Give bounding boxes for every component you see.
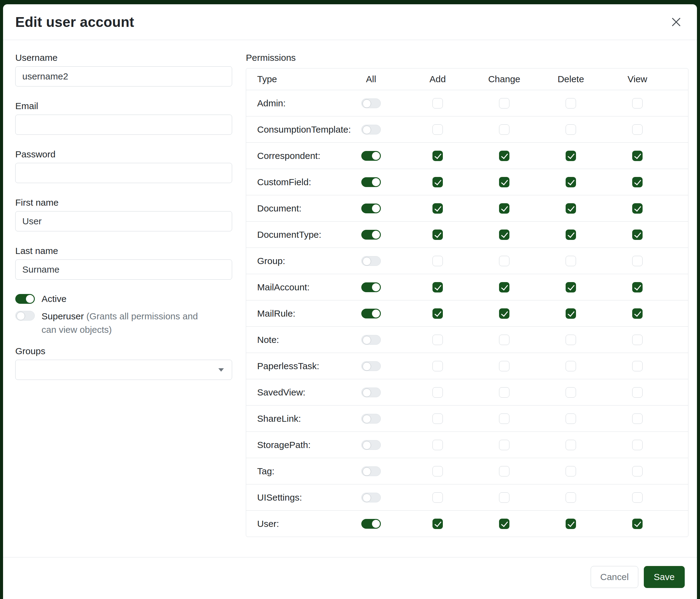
first-name-field[interactable] — [15, 211, 232, 231]
add-checkbox[interactable] — [432, 98, 443, 109]
delete-checkbox[interactable] — [566, 413, 576, 424]
delete-checkbox[interactable] — [566, 440, 576, 450]
add-checkbox[interactable] — [432, 387, 443, 398]
add-checkbox[interactable] — [432, 466, 443, 476]
all-toggle[interactable] — [361, 387, 381, 397]
all-toggle[interactable] — [361, 466, 381, 476]
add-checkbox[interactable] — [432, 230, 443, 240]
change-checkbox[interactable] — [499, 177, 509, 187]
all-toggle[interactable] — [361, 177, 381, 187]
all-toggle[interactable] — [361, 309, 381, 318]
view-checkbox[interactable] — [632, 361, 643, 371]
add-checkbox[interactable] — [432, 413, 443, 424]
all-toggle[interactable] — [361, 230, 381, 240]
delete-checkbox[interactable] — [566, 466, 576, 476]
view-checkbox[interactable] — [632, 282, 643, 292]
column-header-all: All — [338, 74, 404, 85]
change-checkbox[interactable] — [499, 230, 509, 240]
change-checkbox[interactable] — [499, 492, 509, 503]
add-checkbox[interactable] — [432, 492, 443, 503]
all-toggle[interactable] — [361, 151, 381, 161]
add-checkbox[interactable] — [432, 203, 443, 214]
add-checkbox[interactable] — [432, 282, 443, 292]
add-checkbox[interactable] — [432, 335, 443, 345]
view-checkbox[interactable] — [632, 413, 643, 424]
delete-checkbox[interactable] — [566, 387, 576, 398]
active-toggle[interactable] — [15, 294, 35, 304]
view-checkbox[interactable] — [632, 492, 643, 503]
all-toggle[interactable] — [361, 440, 381, 450]
view-checkbox[interactable] — [632, 308, 643, 319]
column-header-change: Change — [471, 74, 538, 85]
all-toggle[interactable] — [361, 282, 381, 292]
change-checkbox[interactable] — [499, 466, 509, 476]
add-checkbox[interactable] — [432, 440, 443, 450]
delete-checkbox[interactable] — [566, 98, 576, 109]
view-checkbox[interactable] — [632, 335, 643, 345]
username-input[interactable] — [15, 66, 232, 87]
all-toggle[interactable] — [361, 519, 381, 529]
view-checkbox[interactable] — [632, 466, 643, 476]
view-checkbox[interactable] — [632, 124, 643, 135]
all-toggle[interactable] — [361, 335, 381, 345]
all-toggle[interactable] — [361, 493, 381, 502]
email-field[interactable] — [15, 115, 232, 135]
change-checkbox[interactable] — [499, 256, 509, 266]
chevron-down-icon — [218, 368, 224, 372]
add-checkbox[interactable] — [432, 151, 443, 161]
view-checkbox[interactable] — [632, 177, 643, 187]
view-checkbox[interactable] — [632, 519, 643, 529]
change-checkbox[interactable] — [499, 308, 509, 319]
add-checkbox[interactable] — [432, 361, 443, 371]
view-checkbox[interactable] — [632, 387, 643, 398]
change-checkbox[interactable] — [499, 361, 509, 371]
all-toggle[interactable] — [361, 256, 381, 266]
all-toggle[interactable] — [361, 361, 381, 371]
change-checkbox[interactable] — [499, 151, 509, 161]
change-checkbox[interactable] — [499, 413, 509, 424]
add-checkbox[interactable] — [432, 519, 443, 529]
close-button[interactable] — [668, 14, 685, 30]
delete-checkbox[interactable] — [566, 124, 576, 135]
add-checkbox[interactable] — [432, 124, 443, 135]
delete-checkbox[interactable] — [566, 177, 576, 187]
change-checkbox[interactable] — [499, 519, 509, 529]
view-checkbox[interactable] — [632, 440, 643, 450]
superuser-toggle[interactable] — [15, 311, 35, 320]
delete-checkbox[interactable] — [566, 151, 576, 161]
change-checkbox[interactable] — [499, 335, 509, 345]
add-checkbox[interactable] — [432, 177, 443, 187]
add-checkbox[interactable] — [432, 308, 443, 319]
delete-checkbox[interactable] — [566, 519, 576, 529]
groups-select[interactable] — [15, 360, 232, 380]
delete-checkbox[interactable] — [566, 203, 576, 214]
cancel-button[interactable]: Cancel — [591, 566, 638, 588]
all-toggle[interactable] — [361, 98, 381, 108]
view-checkbox[interactable] — [632, 256, 643, 266]
save-button[interactable]: Save — [644, 566, 685, 588]
delete-checkbox[interactable] — [566, 256, 576, 266]
change-checkbox[interactable] — [499, 387, 509, 398]
change-checkbox[interactable] — [499, 440, 509, 450]
delete-checkbox[interactable] — [566, 335, 576, 345]
permission-type-label: PaperlessTask: — [246, 361, 338, 371]
all-toggle[interactable] — [361, 203, 381, 213]
change-checkbox[interactable] — [499, 203, 509, 214]
delete-checkbox[interactable] — [566, 308, 576, 319]
change-checkbox[interactable] — [499, 124, 509, 135]
delete-checkbox[interactable] — [566, 282, 576, 292]
delete-checkbox[interactable] — [566, 230, 576, 240]
view-checkbox[interactable] — [632, 203, 643, 214]
all-toggle[interactable] — [361, 414, 381, 424]
all-toggle[interactable] — [361, 125, 381, 135]
delete-checkbox[interactable] — [566, 492, 576, 503]
password-field[interactable] — [15, 163, 232, 183]
delete-checkbox[interactable] — [566, 361, 576, 371]
change-checkbox[interactable] — [499, 98, 509, 109]
last-name-field[interactable] — [15, 260, 232, 280]
view-checkbox[interactable] — [632, 151, 643, 161]
change-checkbox[interactable] — [499, 282, 509, 292]
add-checkbox[interactable] — [432, 256, 443, 266]
view-checkbox[interactable] — [632, 230, 643, 240]
view-checkbox[interactable] — [632, 98, 643, 109]
